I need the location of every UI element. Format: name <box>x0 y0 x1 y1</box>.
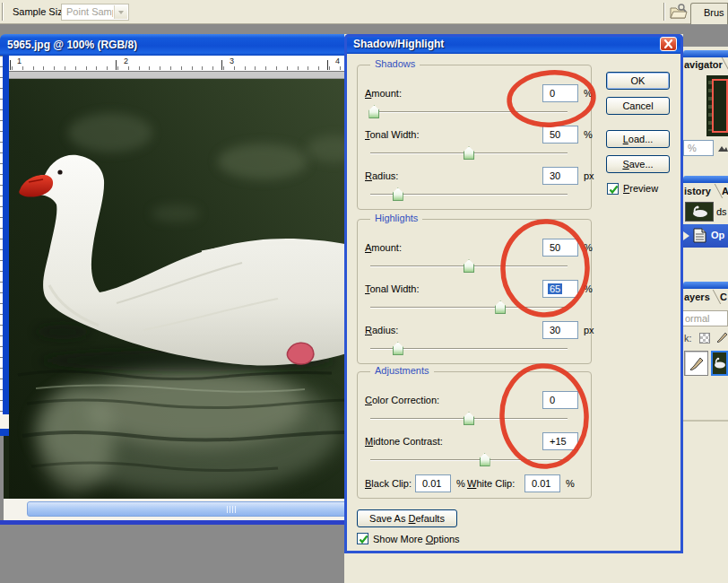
chevron-down-icon[interactable] <box>114 5 127 19</box>
highlights-radius-label: Radius: <box>365 325 398 335</box>
navigator-thumbnail[interactable] <box>706 75 728 136</box>
highlights-amount-label: Amount: <box>365 242 402 253</box>
lock-label: k: <box>684 333 692 344</box>
black-clip-input[interactable]: 0.01 <box>415 474 451 492</box>
highlights-group: Highlights Amount: 50 % Tonal Width: 65 … <box>357 219 592 364</box>
highlights-radius-slider[interactable] <box>370 342 568 356</box>
slider-thumb[interactable] <box>480 453 490 466</box>
slider-thumb[interactable] <box>464 412 474 425</box>
highlights-tonal-width-input[interactable]: 65 <box>542 280 578 298</box>
history-item-snapshot[interactable]: ds <box>683 201 728 224</box>
horizontal-scrollbar[interactable] <box>4 499 351 520</box>
navigator-zoom-field[interactable]: % <box>683 140 714 156</box>
background-window-border <box>3 56 9 436</box>
black-clip-label: Black Clip: <box>365 478 412 489</box>
highlights-amount-input[interactable]: 50 <box>542 239 578 257</box>
slider-track[interactable] <box>370 459 568 461</box>
highlights-legend: Highlights <box>370 213 422 223</box>
highlights-tonal-width-label: Tonal Width: <box>365 283 420 294</box>
midtone-contrast-input[interactable]: +15 <box>542 432 578 450</box>
navigator-view-rect[interactable] <box>712 79 728 133</box>
ruler-mark: 4 <box>335 57 340 65</box>
color-correction-input[interactable]: 0 <box>542 391 578 409</box>
slider-track[interactable] <box>370 111 568 113</box>
window-titlebar[interactable]: 5965.jpg @ 100% (RGB/8) <box>0 34 351 56</box>
sample-size-value: Point Sample <box>66 6 113 17</box>
midtone-contrast-slider[interactable] <box>370 453 568 467</box>
palette-bottom-edge <box>683 420 728 422</box>
swan-photo-canvas[interactable] <box>9 79 350 499</box>
navigator-palette-titlebar[interactable] <box>683 50 728 57</box>
tab-actions[interactable]: A <box>722 186 728 196</box>
save-button[interactable]: Save... <box>606 155 670 173</box>
cancel-button[interactable]: Cancel <box>606 97 670 115</box>
slider-thumb[interactable] <box>393 342 403 355</box>
layers-palette-titlebar[interactable] <box>683 282 728 289</box>
slider-thumb[interactable] <box>368 105 379 118</box>
shadows-tonal-width-input[interactable]: 50 <box>542 126 578 144</box>
document-window: 5965.jpg @ 100% (RGB/8) 1 2 3 4 <box>0 34 351 525</box>
dialog-titlebar[interactable]: Shadow/Highlight <box>344 34 683 54</box>
history-item-open-selected[interactable]: Op <box>683 224 728 248</box>
dialog-title: Shadow/Highlight <box>353 38 444 50</box>
brushes-tab-label: Brus <box>704 7 724 18</box>
ruler-mark: 3 <box>230 57 234 65</box>
shadows-legend: Shadows <box>370 58 420 69</box>
slider-thumb[interactable] <box>393 187 403 201</box>
history-palette-titlebar[interactable] <box>683 176 728 183</box>
toolbar-separator <box>663 3 665 21</box>
lock-transparency-icon[interactable] <box>699 333 710 344</box>
ok-button[interactable]: OK <box>606 72 670 90</box>
file-browser-icon[interactable] <box>669 3 688 22</box>
navigator-zoom-value: % <box>688 143 697 153</box>
shadows-group: Shadows Amount: 0 % Tonal Width: 50 % Ra… <box>357 65 592 210</box>
brush-icon <box>689 356 704 370</box>
slider-thumb[interactable] <box>495 300 506 314</box>
slider-thumb[interactable] <box>464 146 474 160</box>
blend-mode-select[interactable]: ormal <box>681 310 728 326</box>
lock-paint-brush-icon[interactable] <box>716 331 728 343</box>
zoom-out-icon[interactable] <box>718 144 728 153</box>
preview-label: Preview <box>623 183 658 194</box>
highlights-amount-slider[interactable] <box>370 259 568 274</box>
window-bottom-border <box>0 520 351 525</box>
sample-size-select[interactable]: Point Sample <box>61 4 129 21</box>
slider-thumb[interactable] <box>464 259 474 273</box>
tab-history[interactable]: istory <box>684 186 711 196</box>
shadows-radius-slider[interactable] <box>370 187 568 202</box>
shadows-amount-slider[interactable] <box>370 105 568 119</box>
close-icon[interactable] <box>660 37 677 51</box>
background-window-bottom <box>0 429 9 436</box>
scrollbar-thumb[interactable] <box>27 501 350 517</box>
midtone-contrast-label: Midtone Contrast: <box>365 436 443 447</box>
shadows-tonal-width-slider[interactable] <box>370 146 568 161</box>
preview-checkbox[interactable] <box>607 183 619 195</box>
background-window-corner <box>0 414 9 429</box>
slider-track[interactable] <box>370 307 568 309</box>
highlights-tonal-width-slider[interactable] <box>370 300 568 315</box>
history-source-marker[interactable] <box>683 231 689 240</box>
canvas-margin <box>4 72 351 79</box>
color-correction-label: Color Correction: <box>365 395 439 405</box>
ruler-major-ticks <box>10 60 351 70</box>
history-item-label: Op <box>711 230 724 240</box>
layer-thumb-image <box>713 352 727 375</box>
color-correction-slider[interactable] <box>370 412 568 426</box>
window-title: 5965.jpg @ 100% (RGB/8) <box>7 39 137 51</box>
layer-thumbnail-selected[interactable] <box>711 351 728 376</box>
load-button[interactable]: Load... <box>606 130 670 148</box>
shadows-amount-input[interactable]: 0 <box>542 84 578 102</box>
highlights-radius-input[interactable]: 30 <box>542 321 578 339</box>
show-more-options-checkbox[interactable] <box>357 533 368 544</box>
shadows-amount-unit: % <box>584 88 593 99</box>
black-clip-unit: % <box>456 478 465 489</box>
shadows-radius-input[interactable]: 30 <box>542 167 578 185</box>
shadows-tonal-width-unit: % <box>584 129 593 140</box>
blend-mode-value: ormal <box>685 313 710 324</box>
white-clip-input[interactable]: 0.01 <box>524 474 560 492</box>
shadow-highlight-dialog: Shadow/Highlight Shadows Amount: 0 % Ton… <box>344 34 683 553</box>
brushes-palette-tab[interactable]: Brus <box>690 3 728 24</box>
history-snapshot-label: ds <box>716 206 727 217</box>
save-as-defaults-button[interactable]: Save As Defaults <box>357 509 457 527</box>
tab-channels[interactable]: C <box>720 292 727 302</box>
